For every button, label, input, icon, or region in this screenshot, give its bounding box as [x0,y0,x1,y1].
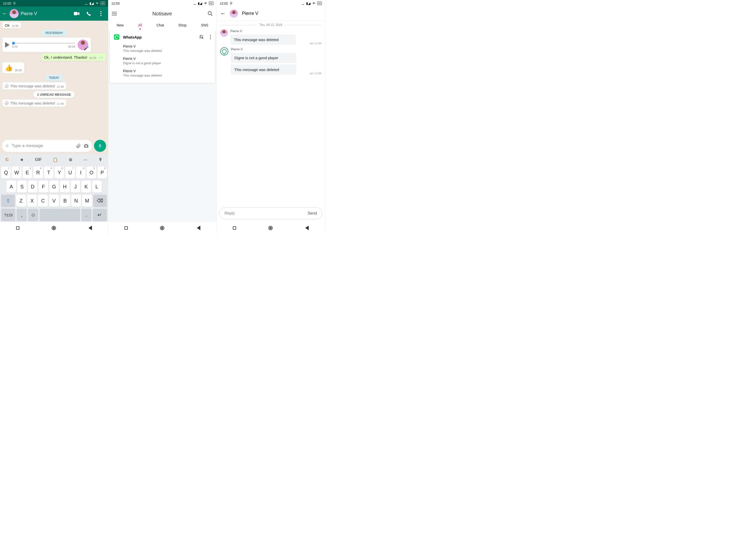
key-p[interactable]: P0 [98,167,107,179]
space-key[interactable] [40,209,80,221]
key-r[interactable]: R4 [33,167,43,179]
android-nav [108,222,216,234]
key-y[interactable]: Y6 [55,167,64,179]
key-z[interactable]: Z [16,195,26,207]
android-nav [0,222,108,234]
recents-button[interactable] [16,227,19,230]
notification-item[interactable]: Pierre V This message was deleted [114,67,211,79]
notification-card[interactable]: WhatsApp Pierre V This message was delet… [110,31,215,83]
deleted-message[interactable]: This message was deleted 11:56 [3,82,66,90]
play-button[interactable] [5,42,10,48]
key-l[interactable]: L [92,181,102,193]
back-button[interactable]: ← [220,10,226,17]
emoji-key[interactable]: ☺ [28,209,38,221]
message-bubble[interactable]: This message was deleted [231,65,296,75]
back-button[interactable] [197,226,200,230]
key-j[interactable]: J [71,181,80,193]
contact-name[interactable]: Pierre V [21,11,72,16]
key-x[interactable]: X [27,195,37,207]
enter-key[interactable]: ↵ [93,209,107,221]
home-button[interactable] [268,226,273,230]
key-g[interactable]: G [49,181,59,193]
back-button[interactable] [305,226,309,230]
voice-message[interactable]: 0:19 09:34 🎤 [3,38,91,52]
tab-new[interactable]: New [117,23,124,27]
search-button[interactable] [207,11,213,16]
key-k[interactable]: K [81,181,91,193]
detail-body: Thu, 09 12, 2019 Pierre V This message w… [217,21,325,205]
reply-input[interactable]: Reply Send [219,207,322,219]
key-m[interactable]: M [82,195,92,207]
key-f[interactable]: F [39,181,48,193]
message-bubble-out[interactable]: Ok, I understand. Thanks! 09:35 ✓✓ [42,54,106,61]
back-button[interactable]: ← [2,10,8,17]
contact-avatar[interactable] [10,9,19,18]
message-bubble[interactable]: This message was deleted [230,35,296,45]
key-n[interactable]: N [71,195,81,207]
send-button[interactable]: Send [308,211,317,216]
back-button[interactable] [88,226,92,230]
voice-call-button[interactable] [86,11,91,16]
more-button[interactable]: ⋯ [83,158,87,162]
key-b[interactable]: B [60,195,70,207]
app-name: WhatsApp [123,35,195,39]
key-a[interactable]: A [7,181,16,193]
tab-all[interactable]: All [138,23,142,27]
key-w[interactable]: W2 [12,167,21,179]
mic-icon: 🎤 [84,46,89,51]
sender-name: Pierre V [231,47,307,51]
more-button[interactable] [98,11,104,16]
key-t[interactable]: T5 [44,167,53,179]
key-d[interactable]: D [28,181,37,193]
key-o[interactable]: O9 [87,167,96,179]
backspace-key[interactable]: ⌫ [93,195,107,207]
recents-button[interactable] [124,227,128,230]
period-key[interactable]: . [81,209,91,221]
whatsapp-icon [220,47,228,55]
symbols-key[interactable]: ?123 [1,209,15,221]
message-bubble[interactable]: Digne is not a good player [231,53,296,63]
tab-chat[interactable]: Chat [156,23,164,27]
comma-key[interactable]: , [17,209,27,221]
notification-item[interactable]: Pierre V This message was deleted [114,42,211,55]
card-more-button[interactable] [210,35,211,39]
key-c[interactable]: C [38,195,48,207]
home-button[interactable] [52,226,56,230]
mic-button[interactable] [94,140,106,152]
notification-item[interactable]: Pierre V Digne is not a good player [114,55,211,67]
settings-button[interactable]: ⚙ [69,158,72,162]
key-q[interactable]: Q1 [1,167,11,179]
sender-name: Pierre V [230,29,307,33]
camera-button[interactable] [83,143,89,148]
video-call-button[interactable] [74,11,79,16]
shift-key[interactable]: ⇧ [1,195,15,207]
home-button[interactable] [160,226,164,230]
clipboard-button[interactable]: 📋 [53,158,58,162]
keyboard-row-4: ?123 , ☺ . ↵ [0,208,108,222]
message-time: am 11:59 [310,72,321,75]
contact-avatar[interactable] [230,10,238,18]
gif-button[interactable]: GIF [35,158,42,162]
mute-button[interactable] [199,35,204,40]
voice-type-button[interactable]: 🎙 [99,158,103,162]
key-v[interactable]: V [49,195,59,207]
voice-duration: 0:19 [12,45,17,48]
battery-icon: 84 [317,2,322,5]
key-e[interactable]: E3 [23,167,32,179]
tab-sns[interactable]: SNS [201,23,208,27]
key-i[interactable]: I8 [76,167,85,179]
message-bubble[interactable]: Ok 13:35 [3,22,21,28]
menu-button[interactable] [112,12,117,15]
emoji-message[interactable]: 👍 09:35 [3,62,24,73]
google-icon[interactable]: G [6,158,9,162]
sticker-button[interactable]: ☻ [20,158,24,162]
key-s[interactable]: S [17,181,26,193]
key-h[interactable]: H [60,181,69,193]
tab-shop[interactable]: Shop [178,23,187,27]
emoji-button[interactable]: ☺ [5,144,9,148]
key-u[interactable]: U7 [65,167,75,179]
deleted-message[interactable]: This message was deleted 11:59 [3,100,66,107]
attach-button[interactable] [76,143,81,148]
recents-button[interactable] [233,227,236,230]
message-input[interactable]: ☺ Type a message [2,140,92,152]
